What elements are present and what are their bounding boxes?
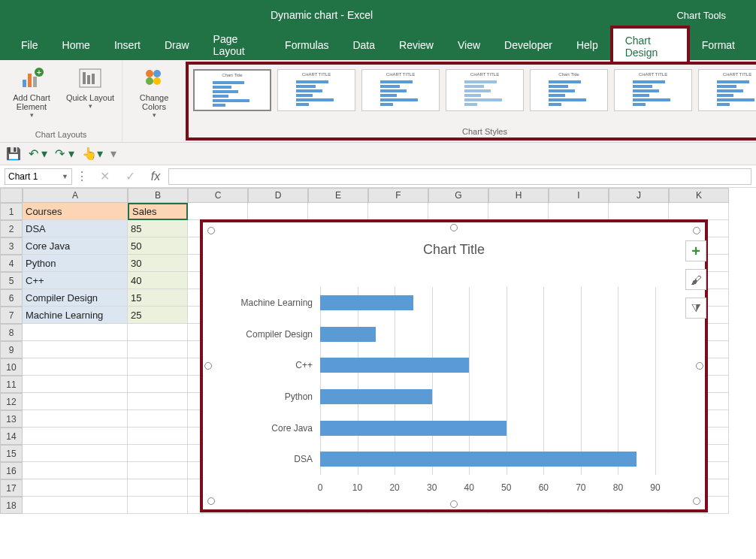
row-header[interactable]: 17 <box>0 479 23 497</box>
cell[interactable]: 85 <box>128 220 188 237</box>
cell[interactable] <box>128 428 188 445</box>
chart-resize-handle[interactable] <box>207 227 215 234</box>
column-header[interactable]: C <box>188 188 248 203</box>
column-header[interactable]: K <box>669 188 729 203</box>
chart-resize-handle[interactable] <box>204 362 212 370</box>
cell[interactable] <box>308 203 368 220</box>
row-header[interactable]: 8 <box>0 324 23 341</box>
column-header[interactable]: B <box>128 188 188 203</box>
embedded-chart[interactable]: Chart Title 0102030405060708090Machine L… <box>200 219 708 512</box>
tab-view[interactable]: View <box>446 33 492 57</box>
row-header[interactable]: 18 <box>0 497 23 514</box>
cell[interactable]: C++ <box>23 272 128 289</box>
cell[interactable] <box>128 462 188 479</box>
change-colors-button[interactable]: Change Colors ▾ <box>127 65 181 119</box>
column-header[interactable]: I <box>549 188 609 203</box>
cell[interactable] <box>188 203 248 220</box>
cell[interactable] <box>428 203 488 220</box>
cell[interactable]: 50 <box>128 237 188 255</box>
cell[interactable]: 30 <box>128 255 188 272</box>
cell[interactable] <box>128 358 188 376</box>
cell[interactable] <box>128 341 188 358</box>
tab-page-layout[interactable]: Page Layout <box>201 27 274 63</box>
chart-resize-handle[interactable] <box>207 497 215 505</box>
cell[interactable]: 40 <box>128 272 188 289</box>
cell[interactable] <box>23 324 128 341</box>
tab-file[interactable]: File <box>9 33 50 57</box>
cell[interactable] <box>23 410 128 428</box>
chart-style-thumb[interactable]: Chart Title <box>530 69 608 111</box>
column-header[interactable]: D <box>248 188 308 203</box>
chart-bar[interactable] <box>320 421 507 436</box>
row-header[interactable]: 5 <box>0 272 23 289</box>
tab-data[interactable]: Data <box>340 33 387 57</box>
cell[interactable] <box>128 479 188 497</box>
tab-developer[interactable]: Developer <box>492 33 564 57</box>
cell[interactable] <box>549 203 609 220</box>
chart-resize-handle[interactable] <box>450 500 458 508</box>
column-header[interactable]: E <box>308 188 368 203</box>
cell[interactable] <box>23 358 128 376</box>
chart-resize-handle[interactable] <box>693 497 700 505</box>
qat-dropdown-icon[interactable]: ▾ <box>110 147 116 161</box>
quick-layout-button[interactable]: Quick Layout ▾ <box>63 65 117 119</box>
add-chart-element-button[interactable]: + Add Chart Element ▾ <box>5 65 59 119</box>
chart-plot-area[interactable]: 0102030405060708090Machine LearningCompi… <box>222 287 655 475</box>
tab-chart-design[interactable]: Chart Design <box>610 26 690 65</box>
cell[interactable]: Compiler Design <box>23 289 128 307</box>
cell[interactable]: Sales <box>128 203 188 220</box>
chart-filter-button[interactable]: ⧩ <box>685 298 706 319</box>
chart-style-thumb[interactable]: CHART TITLE <box>277 69 355 111</box>
chart-resize-handle[interactable] <box>450 224 458 231</box>
chart-bar[interactable] <box>320 452 637 467</box>
column-header[interactable]: F <box>368 188 428 203</box>
tab-format[interactable]: Format <box>690 33 747 57</box>
cell[interactable] <box>128 410 188 428</box>
row-header[interactable]: 9 <box>0 341 23 358</box>
row-header[interactable]: 4 <box>0 255 23 272</box>
cell[interactable] <box>23 462 128 479</box>
chart-style-thumb[interactable]: CHART TITLE <box>614 69 692 111</box>
cell[interactable] <box>23 428 128 445</box>
chart-resize-handle[interactable] <box>696 362 703 370</box>
cell[interactable]: 15 <box>128 289 188 307</box>
chart-style-thumb[interactable]: Chart Title <box>193 69 271 111</box>
cell[interactable] <box>128 445 188 462</box>
cell[interactable] <box>23 479 128 497</box>
tab-home[interactable]: Home <box>50 33 102 57</box>
tab-draw[interactable]: Draw <box>153 33 201 57</box>
cell[interactable] <box>128 497 188 514</box>
fx-icon[interactable]: fx <box>146 170 165 183</box>
cell[interactable]: 25 <box>128 307 188 324</box>
row-header[interactable]: 7 <box>0 307 23 324</box>
row-header[interactable]: 16 <box>0 462 23 479</box>
cancel-formula-icon[interactable]: ✕ <box>95 169 114 183</box>
row-header[interactable]: 2 <box>0 220 23 237</box>
cell[interactable] <box>23 376 128 393</box>
row-header[interactable]: 15 <box>0 445 23 462</box>
chart-resize-handle[interactable] <box>693 227 700 234</box>
row-header[interactable]: 10 <box>0 358 23 376</box>
cell[interactable] <box>128 376 188 393</box>
cell[interactable] <box>669 203 729 220</box>
row-header[interactable]: 13 <box>0 410 23 428</box>
enter-formula-icon[interactable]: ✓ <box>120 169 140 183</box>
cell[interactable] <box>23 393 128 410</box>
cell[interactable] <box>248 203 308 220</box>
select-all-corner[interactable] <box>0 188 23 203</box>
cell[interactable] <box>23 445 128 462</box>
chart-styles-button[interactable]: 🖌 <box>685 269 706 290</box>
column-header[interactable]: H <box>488 188 549 203</box>
chart-style-thumb[interactable]: CHART TITLE <box>361 69 440 111</box>
undo-icon[interactable]: ↶ ▾ <box>29 147 47 161</box>
row-header[interactable]: 14 <box>0 428 23 445</box>
cell[interactable] <box>368 203 428 220</box>
column-header[interactable]: A <box>23 188 128 203</box>
column-header[interactable]: G <box>428 188 488 203</box>
touch-mode-icon[interactable]: 👆▾ <box>82 147 103 161</box>
chart-bar[interactable] <box>320 358 469 373</box>
save-icon[interactable]: 💾 <box>6 147 21 161</box>
chart-style-thumb[interactable]: CHART TITLE <box>698 69 756 111</box>
tab-help[interactable]: Help <box>564 33 610 57</box>
chart-bar[interactable] <box>320 327 376 342</box>
